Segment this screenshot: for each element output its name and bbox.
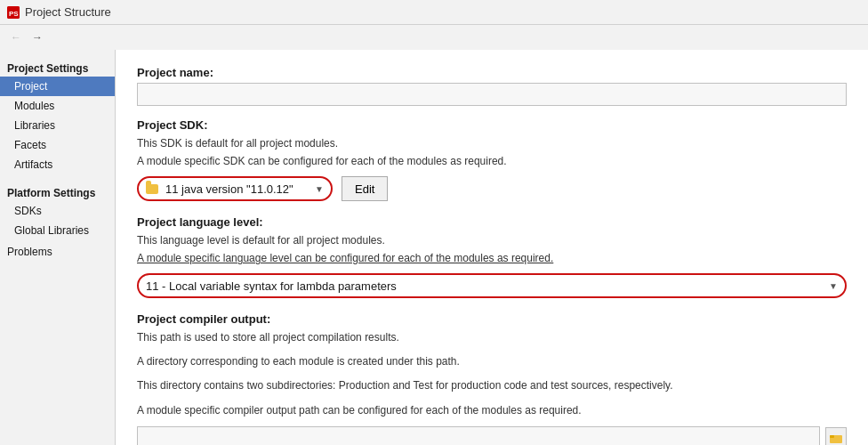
forward-button[interactable]: → [28, 28, 46, 46]
project-name-label: Project name: [137, 66, 847, 79]
sidebar-item-global-libraries[interactable]: Global Libraries [0, 221, 115, 240]
sdk-dropdown[interactable]: 11 java version "11.0.12" ▼ [137, 176, 333, 201]
sdk-section: Project SDK: This SDK is default for all… [137, 118, 847, 201]
lang-dropdown-arrow-icon: ▼ [829, 281, 838, 291]
back-button[interactable]: ← [7, 28, 25, 46]
sidebar-item-project[interactable]: Project [0, 77, 115, 96]
app-icon: PS [7, 6, 20, 19]
sdk-value: 11 java version "11.0.12" [165, 182, 293, 196]
folder-icon [146, 184, 158, 194]
svg-text:PS: PS [9, 10, 19, 18]
platform-settings-label: Platform Settings [0, 182, 115, 201]
sdk-desc1: This SDK is default for all project modu… [137, 135, 847, 151]
nav-bar: ← → [0, 25, 868, 50]
language-dropdown[interactable]: 11 - Local variable syntax for lambda pa… [137, 273, 847, 298]
compiler-output-input[interactable] [137, 426, 820, 445]
sdk-desc2: A module specific SDK can be configured … [137, 153, 847, 169]
compiler-desc2: A directory corresponding to each module… [137, 353, 847, 370]
sidebar: Project Settings Project Modules Librari… [0, 50, 116, 445]
svg-rect-3 [830, 435, 834, 438]
sdk-row: 11 java version "11.0.12" ▼ Edit [137, 176, 847, 201]
language-label: Project language level: [137, 215, 847, 229]
sdk-dropdown-wrapper: 11 java version "11.0.12" ▼ [137, 176, 333, 201]
edit-button[interactable]: Edit [342, 176, 388, 201]
language-section: Project language level: This language le… [137, 215, 847, 298]
lang-desc2: A module specific language level can be … [137, 250, 847, 266]
compiler-desc4: A module specific compiler output path c… [137, 402, 847, 419]
main-layout: Project Settings Project Modules Librari… [0, 50, 868, 445]
sdk-dropdown-arrow-icon: ▼ [315, 184, 324, 194]
project-name-input[interactable] [137, 83, 847, 106]
output-row [137, 426, 847, 445]
sidebar-item-libraries[interactable]: Libraries [0, 116, 115, 135]
compiler-desc3: This directory contains two subdirectori… [137, 377, 847, 394]
lang-value: 11 - Local variable syntax for lambda pa… [146, 279, 397, 293]
lang-desc1: This language level is default for all p… [137, 232, 847, 248]
sidebar-item-problems[interactable]: Problems [0, 240, 115, 263]
browse-folder-icon [830, 433, 842, 443]
sdk-label: Project SDK: [137, 118, 847, 132]
compiler-label: Project compiler output: [137, 312, 847, 326]
sidebar-item-sdks[interactable]: SDKs [0, 201, 115, 221]
sidebar-item-modules[interactable]: Modules [0, 96, 115, 116]
browse-button[interactable] [825, 427, 847, 445]
sidebar-item-artifacts[interactable]: Artifacts [0, 155, 115, 174]
content-area: Project name: Project SDK: This SDK is d… [116, 50, 868, 445]
compiler-desc1: This path is used to store all project c… [137, 329, 847, 346]
compiler-section: Project compiler output: This path is us… [137, 312, 847, 445]
window-title: Project Structure [25, 5, 111, 19]
sidebar-item-facets[interactable]: Facets [0, 135, 115, 155]
title-bar: PS Project Structure [0, 0, 868, 25]
project-settings-label: Project Settings [0, 57, 115, 77]
